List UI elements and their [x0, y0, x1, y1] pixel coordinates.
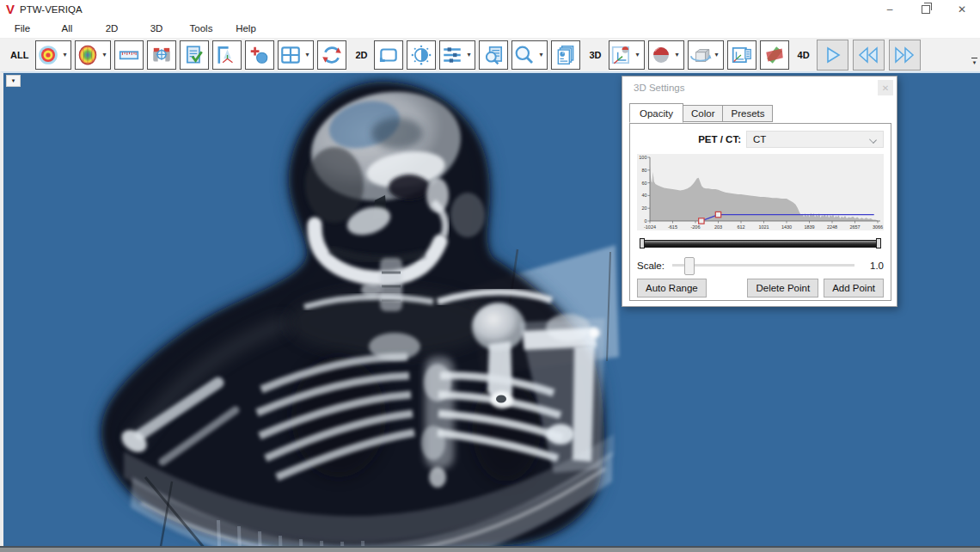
fast-forward-icon [893, 44, 916, 66]
rotate-cube-button[interactable]: ▾ [688, 40, 724, 70]
menu-file[interactable]: File [0, 23, 45, 34]
reset-rotation-button[interactable] [317, 40, 346, 70]
plan-check-button[interactable] [180, 40, 209, 70]
slice-planes-icon [763, 44, 786, 66]
add-point-button[interactable]: Add Point [824, 279, 884, 297]
scale-label: Scale: [637, 261, 665, 271]
chevron-down-icon [869, 136, 877, 144]
title-bar: V PTW-VERIQA – ✕ [0, 0, 980, 19]
minimize-icon: – [887, 3, 893, 15]
room-view-button[interactable]: ▾ [609, 40, 645, 70]
delete-point-button[interactable]: Delete Point [747, 279, 818, 297]
dropdown-arrow-icon[interactable]: ▾ [59, 40, 70, 70]
dropdown-arrow-icon[interactable]: ▾ [302, 40, 312, 70]
window-controls: – ✕ [872, 0, 980, 19]
histogram-plot[interactable]: -1024-615-206203612102114301839224826573… [637, 154, 884, 230]
toolbar-overflow-button[interactable]: ▾ [970, 44, 979, 66]
dropdown-arrow-icon[interactable]: ▾ [712, 40, 722, 70]
range-slider-handle-right[interactable] [876, 238, 881, 248]
scale-slider-handle[interactable] [684, 257, 695, 275]
profile-lines-icon [441, 44, 463, 66]
range-slider-track[interactable] [640, 240, 880, 248]
scale-slider[interactable] [672, 264, 854, 267]
panel-title: 3D Settings [634, 83, 684, 93]
dose-surface-button[interactable]: ▾ [648, 40, 684, 70]
close-button[interactable]: ✕ [944, 0, 980, 19]
rotate-cube-icon [689, 44, 712, 66]
svg-text:1430: 1430 [781, 224, 792, 230]
layout-grid-icon [279, 44, 302, 66]
menu-2d[interactable]: 2D [89, 23, 134, 34]
menu-all[interactable]: All [45, 23, 89, 34]
settings-tabs: Opacity Color Presets [629, 105, 773, 122]
svg-text:-615: -615 [668, 224, 677, 230]
reset-rotation-icon [321, 44, 343, 66]
report-button[interactable] [551, 40, 580, 70]
zoom-fit-button[interactable] [479, 40, 508, 70]
dose-brain-icon [77, 44, 99, 66]
toolbar: ALL ▾ ▾ [0, 39, 980, 71]
range-slider[interactable] [640, 238, 881, 248]
view-settings-button[interactable] [727, 40, 756, 70]
window-level-button[interactable] [407, 40, 436, 70]
dose-brain-button[interactable]: ▾ [75, 40, 111, 70]
layout-grid-button[interactable]: ▾ [278, 40, 314, 70]
menu-tools[interactable]: Tools [179, 23, 224, 34]
report-icon [554, 44, 577, 66]
panel-close-button[interactable]: ✕ [878, 80, 893, 95]
dropdown-arrow-icon[interactable]: ▾ [536, 40, 546, 70]
dropdown-arrow-icon[interactable]: ▾ [672, 40, 683, 70]
svg-text:-206: -206 [690, 224, 700, 230]
opacity-histogram[interactable]: -1024-615-206203612102114301839224826573… [637, 154, 884, 230]
auto-range-button[interactable]: Auto Range [637, 279, 707, 297]
modality-select[interactable]: CT [746, 131, 884, 148]
svg-text:203: 203 [714, 224, 722, 230]
svg-text:-1024: -1024 [644, 224, 656, 230]
scale-value: 1.0 [863, 261, 884, 271]
panel-buttons: Auto Range Delete Point Add Point [637, 279, 884, 297]
slice-planes-button[interactable] [760, 40, 789, 70]
tab-presets[interactable]: Presets [723, 105, 773, 122]
zoom-button[interactable]: ▾ [511, 40, 548, 70]
minimize-button[interactable]: – [872, 0, 908, 19]
svg-text:2657: 2657 [849, 224, 860, 230]
gantry-collision-button[interactable] [147, 40, 176, 70]
range-slider-handle-left[interactable] [640, 238, 645, 248]
svg-text:20: 20 [641, 205, 646, 211]
tab-opacity[interactable]: Opacity [629, 103, 683, 123]
settings-panel-3d: 3D Settings ✕ Opacity Color Presets PET … [622, 76, 897, 307]
linac-room-icon [216, 44, 238, 66]
dropdown-arrow-icon[interactable]: ▾ [99, 40, 109, 70]
play-button[interactable] [817, 40, 848, 71]
ruler-button[interactable] [114, 40, 144, 70]
overflow-bar-icon [971, 58, 977, 58]
svg-text:2248: 2248 [827, 224, 837, 230]
close-icon: ✕ [958, 3, 966, 15]
window-level-icon [410, 44, 432, 66]
profile-lines-button[interactable]: ▾ [439, 40, 475, 70]
dropdown-arrow-icon[interactable]: ▾ [633, 40, 643, 70]
tab-color[interactable]: Color [683, 105, 723, 122]
zoom-icon [513, 44, 536, 66]
beam-target-button[interactable]: ▾ [35, 40, 71, 70]
menu-help[interactable]: Help [224, 23, 268, 34]
crop-rect-button[interactable] [374, 40, 403, 70]
viewport-expander-button[interactable]: ▾ [6, 75, 21, 87]
svg-text:80: 80 [641, 168, 646, 173]
svg-text:1021: 1021 [758, 224, 769, 230]
previous-button[interactable] [853, 40, 885, 71]
restore-button[interactable] [908, 0, 944, 19]
menu-3d[interactable]: 3D [134, 23, 179, 34]
svg-text:0: 0 [644, 218, 646, 224]
svg-text:1839: 1839 [804, 224, 814, 230]
viewport-3d[interactable]: ▾ [0, 71, 980, 546]
linac-room-button[interactable] [212, 40, 242, 70]
toolbar-group-label-3d: 3D [589, 50, 601, 60]
dropdown-arrow-icon[interactable]: ▾ [463, 40, 474, 70]
rewind-icon [857, 44, 879, 66]
beam-target-icon [37, 44, 59, 66]
window-title: PTW-VERIQA [20, 4, 83, 15]
next-button[interactable] [889, 40, 921, 71]
toolbar-group-label-all: ALL [10, 50, 28, 60]
add-poi-button[interactable] [245, 40, 274, 70]
